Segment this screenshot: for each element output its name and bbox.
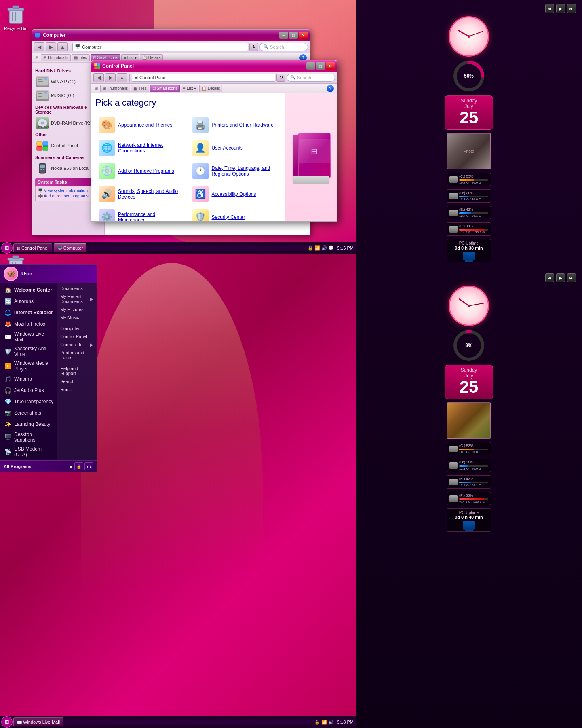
start-item-desktop-var[interactable]: 🖥️ Desktop Variations [0,430,57,444]
start-right-printers[interactable]: Printers and Faxes [57,349,97,362]
all-programs-label[interactable]: All Programs [4,464,68,469]
cp-forward-btn[interactable]: ▶ [105,73,116,82]
start-item-kaspersky[interactable]: 🛡️ Kaspersky Anti-Virus [0,344,57,359]
start-button-bottom[interactable]: ⊞ [1,716,13,728]
cat-network-icon: 🌐 [99,140,115,156]
photo-bottom-placeholder [447,403,490,438]
cp-maximize-btn[interactable]: □ [316,62,325,70]
computer-close-btn[interactable]: ✕ [299,32,308,39]
cat-security[interactable]: 🛡️ Security Center [189,207,281,221]
cp-view-tiles-btn[interactable]: ▦ Tiles [131,85,149,92]
task-add-remove[interactable]: ➕ Add or remove programs [38,194,98,198]
cat-appearance[interactable]: 🎨 Appearance and Themes [95,114,187,135]
lock-btn[interactable]: 🔒 [74,462,83,470]
start-item-beauty[interactable]: ✨ Launcing Beauty [0,419,57,430]
media-btn-prev[interactable]: ⏮ [545,4,554,13]
winamp-icon: 🎵 [4,375,12,383]
start-item-wmp[interactable]: ▶️ Windows Media Player [0,359,57,373]
drive-c2-label: (C:) 53% [459,444,488,448]
cat-performance[interactable]: ⚙️ Performance and Maintenance [95,207,187,221]
cp-close-btn[interactable]: ✕ [326,62,335,70]
start-right-pictures[interactable]: My Pictures [57,305,97,313]
task-view-system[interactable]: 🖥️ View system information [38,188,98,193]
computer-search-bar[interactable]: 🔍 Search [259,43,308,51]
computer-refresh-btn[interactable]: ↻ [249,43,258,51]
cat-performance-label: Performance and Maintenance [118,212,184,221]
firefox-icon: 🦊 [4,320,12,328]
cp-view-details-btn[interactable]: 📋 Details [199,85,222,92]
cat-add-remove[interactable]: 💿 Add or Remove Programs [95,161,187,182]
media-btn-next[interactable]: ⏭ [567,4,576,13]
cp-help-btn[interactable]: ? [327,85,334,92]
cat-printers[interactable]: 🖨️ Printers and Other Hardware [189,114,281,135]
cp-view-thumbnails-btn[interactable]: ⊞ Thumbnails [100,85,130,92]
media-btn-prev-bottom[interactable]: ⏮ [545,273,554,282]
start-button-top[interactable]: ⊞ [1,242,13,254]
start-right-computer[interactable]: Computer [57,324,97,332]
view-tiles-btn[interactable]: ▦ Tiles [72,54,89,61]
cat-user-accounts[interactable]: 👤 User Accounts [189,138,281,159]
computer-forward-btn[interactable]: ▶ [46,42,56,51]
cat-sounds-label: Sounds, Speech, and Audio Devices [118,188,184,200]
start-item-welcome[interactable]: 🏠 Welcome Center [0,284,57,296]
media-btn-next-bottom[interactable]: ⏭ [567,273,576,282]
cat-sounds[interactable]: 🔊 Sounds, Speech, and Audio Devices [95,184,187,205]
cp-search-bar[interactable]: 🔍 Search [287,74,335,82]
svg-rect-23 [43,142,48,146]
cp-back-btn[interactable]: ◀ [93,73,104,82]
cp-up-btn[interactable]: ▲ [117,73,127,82]
computer-back-btn[interactable]: ◀ [34,42,44,51]
media-btn-play-bottom[interactable]: ▶ [556,273,565,282]
start-right-music[interactable]: My Music [57,313,97,322]
start-item-screenshots[interactable]: 📷 Screenshots [0,407,57,419]
start-item-firefox[interactable]: 🦊 Mozilla Firefox [0,318,57,330]
cp-minimize-btn[interactable]: ─ [306,62,315,70]
control-panel-titlebar[interactable]: Control Panel ─ □ ✕ [91,60,337,72]
svg-rect-7 [36,37,39,38]
start-right-recent[interactable]: My Recent Documents ▶ [57,292,97,305]
cp-refresh-btn[interactable]: ↻ [276,74,285,82]
cp-address-bar[interactable]: ⊞ Control Panel [132,74,275,82]
start-item-winamp[interactable]: 🎵 Winamp [0,373,57,385]
music-label: My Music [60,315,79,320]
cp-view-list-btn[interactable]: ≡ List ▾ [181,85,198,92]
cat-network-label: Network and Internet Connections [118,142,184,154]
drive-e-indicator: (E:) 42% 12.7 G / 30.1 G [447,206,491,219]
start-right-search[interactable]: Search [57,377,97,385]
screenshots-label: Screenshots [14,410,41,416]
systray-lock: 🔒 [308,245,313,251]
cp-title-icon [94,63,100,69]
start-right-control-panel[interactable]: Control Panel [57,332,97,341]
view-thumbnails-btn[interactable]: ⊞ Thumbnails [41,54,71,61]
taskbar-computer-btn[interactable]: 🖥️ Computer [54,243,86,252]
power-btn[interactable]: ⏻ [84,462,93,470]
cat-date-time[interactable]: 🕐 Date, Time, Language, and Regional Opt… [189,161,281,182]
cat-sounds-icon: 🔊 [99,186,115,202]
progress-label-top: 50% [464,73,474,79]
computer-minimize-btn[interactable]: ─ [279,32,288,39]
start-right-help[interactable]: Help and Support [57,364,97,377]
start-item-truetrans[interactable]: 💎 TrueTransparency [0,396,57,407]
cat-network[interactable]: 🌐 Network and Internet Connections [95,138,187,159]
taskbar-wlm-btn[interactable]: ✉️ Windows Live Mail [13,717,63,726]
drive-d-detail: 12.1 G / 40.0 G [459,197,488,201]
cp-view-small-icons-btn[interactable]: ⊡ Small Icons [150,85,180,92]
taskbar-control-panel-btn[interactable]: ⊞ Control Panel [13,243,52,252]
start-right-documents[interactable]: Documents [57,284,97,292]
recycle-bin-top[interactable]: Recycle Bin [4,4,27,31]
start-item-ie[interactable]: 🌐 Internet Explorer [0,307,57,318]
computer-address-bar[interactable]: 🖥️ Computer [72,43,248,51]
computer-maximize-btn[interactable]: □ [289,32,298,39]
start-right-connect[interactable]: Connect To ▶ [57,341,97,349]
uptime-widget-bottom: PC Uptime 0d 0 h 40 min [447,508,491,532]
start-item-jetaudio[interactable]: 🎧 JetAudio Plus [0,385,57,396]
media-btn-play[interactable]: ▶ [556,4,565,13]
computer-titlebar[interactable]: Computer ─ □ ✕ [32,30,310,41]
start-right-run[interactable]: Run... [57,385,97,394]
computer-up-btn[interactable]: ▲ [57,42,68,51]
photo-placeholder: Photo [447,134,490,169]
start-item-autoruns[interactable]: 🔄 Autoruns [0,296,57,307]
start-item-wlm[interactable]: ✉️ Windows Live Mail [0,330,57,344]
cat-accessibility[interactable]: ♿ Accessibility Options [189,184,281,205]
start-item-usb[interactable]: 📡 USB Modem (OTA) [0,444,57,459]
